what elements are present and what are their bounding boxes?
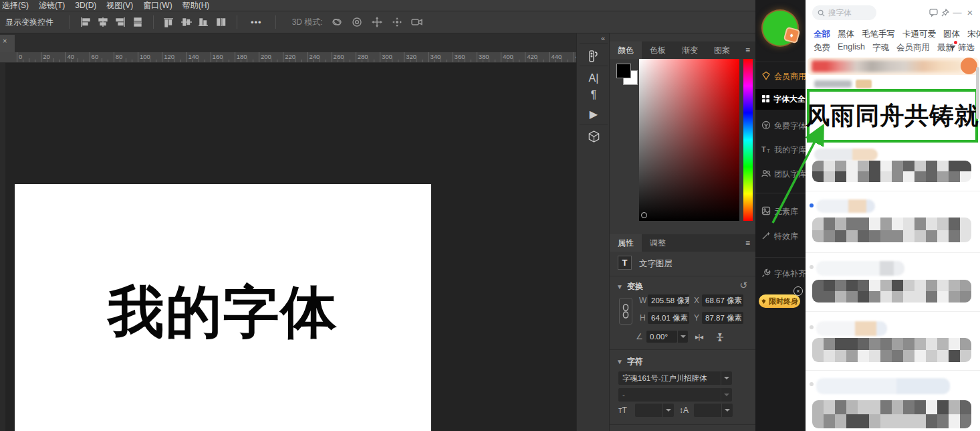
sidebar-item-字体补齐[interactable]: 字体补齐 — [755, 266, 806, 282]
panel-menu-icon[interactable]: ≡ — [740, 41, 755, 59]
3d-roll-icon[interactable] — [348, 15, 366, 29]
limited-lifetime-badge[interactable]: 限时终身 — [759, 294, 800, 308]
menu-item[interactable]: 窗口(W) — [143, 0, 172, 11]
link-dimensions-icon[interactable] — [619, 298, 632, 325]
horizontal-ruler[interactable]: 0204060801001201401601802002202402602803… — [0, 52, 576, 63]
sidebar-item-会员商用[interactable]: 会员商用 — [755, 68, 806, 84]
font-size-select[interactable] — [635, 404, 674, 417]
3d-slide-icon[interactable] — [388, 15, 406, 29]
filter-会员商用[interactable]: 会员商用 — [896, 42, 930, 54]
tab-图案[interactable]: 图案 — [706, 41, 738, 59]
filter-宋体[interactable]: 宋体 — [967, 29, 980, 40]
hue-slider[interactable] — [743, 59, 753, 221]
menu-item[interactable]: 帮助(H) — [182, 0, 210, 11]
panel-menu-icon[interactable]: ≡ — [740, 234, 755, 252]
align-right-icon[interactable] — [112, 15, 129, 29]
character-icon[interactable]: A| — [585, 70, 602, 86]
flip-vertical-icon[interactable]: ▸|◂ — [716, 333, 725, 341]
filter-button[interactable]: 筛选 — [949, 42, 975, 54]
promo-banner[interactable] — [808, 58, 979, 75]
canvas-text-layer[interactable]: 我的字体 — [15, 281, 431, 343]
leading-select[interactable] — [694, 404, 733, 417]
ruler-tick-minor — [84, 60, 84, 62]
sidebar-item-元素库[interactable]: 元素库 — [755, 203, 806, 220]
ruler-tick-minor — [144, 60, 144, 62]
transform-section-header[interactable]: ▼变换 — [616, 281, 643, 292]
filter-English[interactable]: English — [838, 42, 865, 54]
sidebar-item-团队字库[interactable]: 团队字库 — [755, 166, 806, 182]
filter-黑体[interactable]: 黑体 — [838, 29, 854, 40]
foreground-color-swatch[interactable] — [616, 64, 631, 78]
canvas-area[interactable]: 我的字体 — [0, 63, 576, 431]
align-top-icon[interactable] — [160, 15, 178, 29]
rotation-field[interactable]: 0.00° — [646, 331, 677, 343]
scrollbar-thumb[interactable] — [976, 67, 979, 119]
menu-item[interactable]: 滤镜(T) — [39, 0, 65, 11]
font-sample-text[interactable]: 风雨同舟共铸就 — [806, 100, 979, 133]
tab-调整[interactable]: 调整 — [642, 234, 674, 252]
3d-camera-icon[interactable] — [408, 15, 426, 29]
align-left-icon[interactable] — [77, 15, 94, 29]
sidebar-item-免费字体[interactable]: 免费字体 — [755, 118, 806, 134]
character-section-header[interactable]: ▼字符 — [616, 356, 643, 367]
menu-item[interactable]: 视图(V) — [106, 0, 133, 11]
sidebar-item-字体大全[interactable]: 字体大全 — [755, 89, 806, 110]
3d-pan-icon[interactable] — [368, 15, 386, 29]
paragraph-icon[interactable]: ¶ — [585, 87, 602, 103]
mosaic-cell — [858, 350, 869, 362]
artboard[interactable]: 我的字体 — [15, 184, 431, 431]
tab-色板[interactable]: 色板 — [642, 41, 674, 59]
tab-属性[interactable]: 属性 — [610, 234, 642, 252]
filter-毛笔手写[interactable]: 毛笔手写 — [862, 29, 895, 40]
tab-颜色[interactable]: 颜色 — [610, 41, 642, 59]
font-style-select[interactable]: - — [618, 388, 732, 402]
height-field[interactable]: 64.01 像素 — [648, 312, 689, 324]
divider — [755, 193, 806, 193]
distribute-horizontal-icon[interactable] — [129, 15, 146, 29]
minimize-icon[interactable]: — — [952, 7, 963, 18]
align-center-horizontal-icon[interactable] — [94, 15, 112, 29]
color-saturation-box[interactable] — [639, 59, 739, 221]
ruler-tick-minor — [277, 60, 277, 62]
actions-icon[interactable]: ▶ — [585, 106, 602, 122]
color-picker-handle[interactable] — [641, 212, 647, 218]
filter-免费[interactable]: 免费 — [814, 42, 830, 54]
filter-圆体[interactable]: 圆体 — [943, 29, 960, 40]
menu-item[interactable]: 选择(S) — [2, 0, 29, 11]
search-input[interactable]: 搜字体 — [812, 5, 876, 20]
rotation-dropdown-caret[interactable] — [677, 331, 688, 343]
show-transform-controls-label[interactable]: 显示变换控件 — [5, 17, 53, 28]
distribute-vertical-icon[interactable] — [213, 15, 230, 29]
libraries-icon[interactable] — [585, 48, 602, 64]
tab-渐变[interactable]: 渐变 — [674, 41, 706, 59]
align-bottom-icon[interactable] — [195, 15, 213, 29]
sidebar-item-特效库[interactable]: 特效库 — [755, 228, 806, 244]
x-field[interactable]: 68.67 像素 — [702, 294, 743, 307]
close-icon[interactable]: × — [965, 7, 975, 18]
collapse-panels-icon[interactable]: « — [601, 34, 605, 42]
align-middle-vertical-icon[interactable] — [178, 15, 195, 29]
close-icon[interactable]: × — [3, 37, 7, 45]
pin-icon[interactable] — [940, 7, 951, 18]
sidebar-item-我的字库[interactable]: TT我的字库 — [755, 142, 806, 158]
menu-item[interactable]: 3D(D) — [75, 1, 96, 10]
mosaic-cell — [846, 218, 858, 230]
reset-transform-icon[interactable]: ↺ — [739, 280, 747, 290]
filter-全部[interactable]: 全部 — [814, 29, 830, 40]
flip-horizontal-icon[interactable]: ▸|◂ — [695, 333, 703, 341]
y-field[interactable]: 87.87 像素 — [702, 312, 743, 324]
mosaic-cell — [824, 338, 835, 350]
document-tab[interactable]: × — [0, 35, 15, 52]
width-field[interactable]: 205.58 像素 — [648, 294, 689, 307]
mosaic-cell — [824, 230, 835, 243]
badge-close-icon[interactable]: × — [793, 286, 803, 296]
chat-icon[interactable] — [928, 7, 939, 18]
3d-orbit-icon[interactable] — [328, 15, 346, 29]
mosaic-cell — [812, 400, 824, 414]
filter-字魂[interactable]: 字魂 — [872, 42, 889, 54]
more-options-button[interactable]: ••• — [251, 17, 262, 27]
3d-icon[interactable] — [585, 128, 602, 145]
filter-卡通可爱[interactable]: 卡通可爱 — [902, 29, 936, 40]
font-family-select[interactable]: 字魂161号-江户川招牌体 — [618, 371, 732, 385]
font-item-name-censored[interactable] — [814, 80, 872, 88]
